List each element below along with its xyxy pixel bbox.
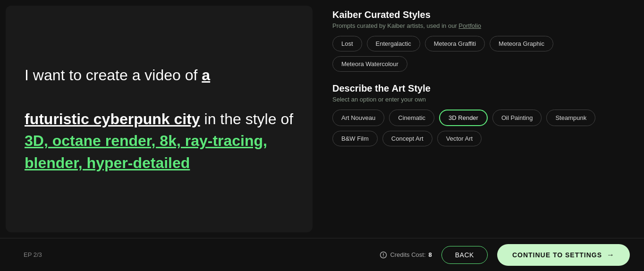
continue-arrow: → bbox=[607, 251, 615, 259]
curated-chips-row: Lost Entergalactic Meteora Graffiti Mete… bbox=[332, 36, 630, 72]
chip-oil-painting[interactable]: Oil Painting bbox=[492, 110, 542, 126]
chip-meteora-graffiti[interactable]: Meteora Graffiti bbox=[425, 36, 485, 51]
chip-art-nouveau[interactable]: Art Nouveau bbox=[332, 110, 384, 126]
chip-meteora-watercolour[interactable]: Meteora Watercolour bbox=[332, 56, 407, 72]
subject-article: a bbox=[202, 67, 210, 84]
continue-button[interactable]: CONTINUE TO SETTINGS → bbox=[497, 244, 630, 266]
art-style-title-pre: Describe the bbox=[332, 83, 392, 93]
chip-bw-film[interactable]: B&W Film bbox=[332, 131, 378, 146]
subtitle-pre-text: Prompts curated by Kaiber artists, used … bbox=[332, 22, 458, 29]
bottom-bar: EP 2/3 Credits Cost: 8 BACK CONTINUE TO … bbox=[0, 238, 644, 271]
chip-concept-art[interactable]: Concept Art bbox=[382, 131, 432, 146]
credits-icon bbox=[380, 251, 387, 259]
bottom-bar-inner: EP 2/3 Credits Cost: 8 BACK CONTINUE TO … bbox=[14, 244, 630, 266]
chip-steampunk[interactable]: Steampunk bbox=[546, 110, 595, 126]
credits-info: Credits Cost: 8 bbox=[380, 251, 432, 259]
chip-cinematic[interactable]: Cinematic bbox=[389, 110, 434, 126]
art-style-subtitle: Select an option or enter your own bbox=[332, 96, 630, 103]
credits-label: Credits Cost: bbox=[390, 251, 425, 258]
style-text: 3D, octane render, 8k, ray-tracing, blen… bbox=[25, 132, 267, 171]
chip-entergalactic[interactable]: Entergalactic bbox=[367, 36, 420, 51]
subject-text: futuristic cyberpunk city bbox=[25, 110, 200, 127]
prompt-text: I want to create a video of a futuristic… bbox=[25, 64, 294, 174]
options-panel: Kaiber Curated Styles Prompts curated by… bbox=[318, 0, 644, 238]
credits-value: 8 bbox=[429, 251, 432, 258]
art-style-title-bold: Art Style bbox=[392, 83, 431, 93]
prompt-prefix: I want to create a video of bbox=[25, 67, 202, 84]
art-style-section: Describe the Art Style Select an option … bbox=[332, 83, 630, 146]
chip-meteora-graphic[interactable]: Meteora Graphic bbox=[490, 36, 553, 51]
svg-point-1 bbox=[383, 256, 384, 257]
prompt-display-panel: I want to create a video of a futuristic… bbox=[6, 6, 313, 232]
portfolio-link[interactable]: Portfolio bbox=[458, 22, 481, 29]
prompt-middle: in the style of bbox=[204, 110, 294, 127]
back-button[interactable]: BACK bbox=[441, 246, 488, 264]
chip-vector-art[interactable]: Vector Art bbox=[437, 131, 482, 146]
chip-lost[interactable]: Lost bbox=[332, 36, 362, 51]
chip-3d-render[interactable]: 3D Render bbox=[439, 110, 488, 126]
curated-section-title: Kaiber Curated Styles bbox=[332, 9, 630, 20]
continue-label: CONTINUE TO SETTINGS bbox=[512, 251, 602, 259]
art-style-chips-row: Art Nouveau Cinematic 3D Render Oil Pain… bbox=[332, 110, 630, 146]
art-style-title: Describe the Art Style bbox=[332, 83, 630, 94]
step-label: EP 2/3 bbox=[24, 251, 42, 258]
curated-section-subtitle: Prompts curated by Kaiber artists, used … bbox=[332, 22, 630, 29]
curated-styles-section: Kaiber Curated Styles Prompts curated by… bbox=[332, 9, 630, 72]
